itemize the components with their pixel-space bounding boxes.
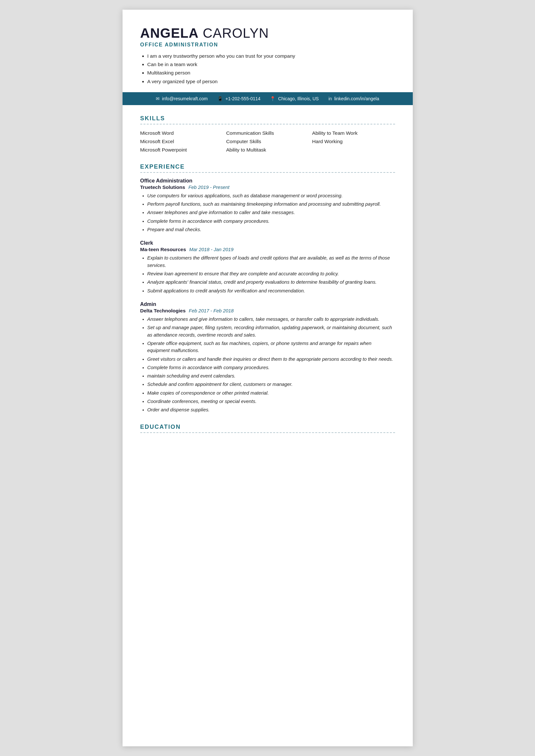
education-title: EDUCATION	[140, 423, 395, 430]
job-dates-2: Feb 2017 - Feb 2018	[189, 308, 234, 313]
education-divider	[140, 432, 395, 433]
location-icon: 📍	[270, 96, 276, 101]
job-bullets-0: Use computers for various applications, …	[140, 192, 395, 233]
resume-page: ANGELA CAROLYN OFFICE ADMINISTRATION I a…	[123, 10, 413, 746]
skills-section: SKILLS Microsoft WordCommunication Skill…	[140, 115, 395, 153]
job-bullet: Operate office equipment, such as fax ma…	[147, 340, 395, 354]
skills-title: SKILLS	[140, 115, 395, 122]
header-bullet: I am a very trustworthy person who you c…	[147, 52, 395, 60]
job-bullet: Complete forms in accordance with compan…	[147, 218, 395, 225]
job-bullet: Set up and manage paper, filing system, …	[147, 324, 395, 338]
experience-section: EXPERIENCE Office AdministrationTruetech…	[140, 163, 395, 414]
company-name-2: Delta Technologies	[140, 308, 186, 314]
company-row-2: Delta TechnologiesFeb 2017 - Feb 2018	[140, 308, 395, 314]
skill-item	[312, 147, 395, 153]
contact-email: ✉ info@resumekraft.com	[156, 96, 208, 101]
job-bullet: Answer telephones and give information t…	[147, 316, 395, 323]
job-dates-0: Feb 2019 - Present	[188, 185, 229, 190]
job-bullet: Prepare and mail checks.	[147, 226, 395, 233]
job-bullet: Greet visitors or callers and handle the…	[147, 356, 395, 363]
skill-item: Microsoft Excel	[140, 138, 223, 145]
job-bullet: Use computers for various applications, …	[147, 192, 395, 199]
phone-text: +1-202-555-0114	[225, 96, 260, 101]
email-icon: ✉	[156, 96, 160, 101]
contact-location: 📍 Chicago, Illinois, US	[270, 96, 319, 101]
job-dates-1: Mar 2018 - Jan 2019	[189, 247, 234, 252]
header-bullet: Can be in a team work	[147, 61, 395, 68]
email-text: info@resumekraft.com	[162, 96, 208, 101]
job-bullet: Review loan agreement to ensure that the…	[147, 270, 395, 277]
skill-item: Microsoft Powerpoint	[140, 147, 223, 153]
job-bullet: Make copies of correspondence or other p…	[147, 390, 395, 396]
experience-divider	[140, 172, 395, 173]
company-name-1: Ma-teen Resources	[140, 247, 186, 253]
skills-divider	[140, 124, 395, 124]
experience-job: AdminDelta TechnologiesFeb 2017 - Feb 20…	[140, 301, 395, 414]
job-bullet: Schedule and confirm appointment for cli…	[147, 381, 395, 388]
header-bullet: A very organized type of person	[147, 78, 395, 85]
skill-item: Computer Skills	[226, 138, 309, 145]
first-name: ANGELA	[140, 25, 199, 40]
skill-item: Microsoft Word	[140, 130, 223, 137]
job-bullet: Coordinate conferences, meeting or speci…	[147, 398, 395, 405]
job-bullet: Analyze applicants' financial status, cr…	[147, 279, 395, 285]
experience-job: Office AdministrationTruetech SolutionsF…	[140, 178, 395, 233]
skills-grid: Microsoft WordCommunication SkillsAbilit…	[140, 130, 395, 153]
full-name: ANGELA CAROLYN	[140, 26, 395, 40]
job-bullet: Answer telephones and give information t…	[147, 209, 395, 216]
company-row-0: Truetech SolutionsFeb 2019 - Present	[140, 184, 395, 190]
linkedin-text: linkedin.com/in/angela	[334, 96, 379, 101]
skill-item: Ability to Team Work	[312, 130, 395, 137]
job-title: OFFICE ADMINISTRATION	[140, 42, 395, 48]
last-name: CAROLYN	[203, 25, 269, 40]
job-bullet: Explain to customers the different types…	[147, 255, 395, 269]
job-bullets-1: Explain to customers the different types…	[140, 255, 395, 294]
contact-linkedin: in linkedin.com/in/angela	[328, 96, 379, 101]
location-text: Chicago, Illinois, US	[278, 96, 319, 101]
job-bullet: Complete forms in accordance with compan…	[147, 364, 395, 371]
education-section: EDUCATION	[140, 423, 395, 433]
company-name-0: Truetech Solutions	[140, 184, 185, 190]
linkedin-icon: in	[328, 96, 332, 101]
contact-bar: ✉ info@resumekraft.com 📱 +1-202-555-0114…	[123, 92, 413, 105]
job-bullet: maintain scheduling and event calendars.	[147, 372, 395, 379]
job-title-1: Clerk	[140, 240, 395, 246]
skill-item: Hard Working	[312, 138, 395, 145]
job-bullets-2: Answer telephones and give information t…	[140, 316, 395, 414]
header-bullets: I am a very trustworthy person who you c…	[140, 52, 395, 85]
job-title-0: Office Administration	[140, 178, 395, 184]
header-section: ANGELA CAROLYN OFFICE ADMINISTRATION I a…	[140, 26, 395, 85]
skill-item: Communication Skills	[226, 130, 309, 137]
job-bullet: Perform payroll functions, such as maint…	[147, 201, 395, 208]
experience-job: ClerkMa-teen ResourcesMar 2018 - Jan 201…	[140, 240, 395, 294]
company-row-1: Ma-teen ResourcesMar 2018 - Jan 2019	[140, 247, 395, 253]
experience-title: EXPERIENCE	[140, 163, 395, 170]
job-bullet: Submit applications to credit analysts f…	[147, 287, 395, 294]
experience-jobs: Office AdministrationTruetech SolutionsF…	[140, 178, 395, 414]
job-title-2: Admin	[140, 301, 395, 307]
skill-item: Ability to Multitask	[226, 147, 309, 153]
contact-phone: 📱 +1-202-555-0114	[217, 96, 260, 101]
phone-icon: 📱	[217, 96, 223, 101]
header-bullet: Multitasking person	[147, 69, 395, 76]
job-bullet: Order and dispense supplies.	[147, 406, 395, 413]
